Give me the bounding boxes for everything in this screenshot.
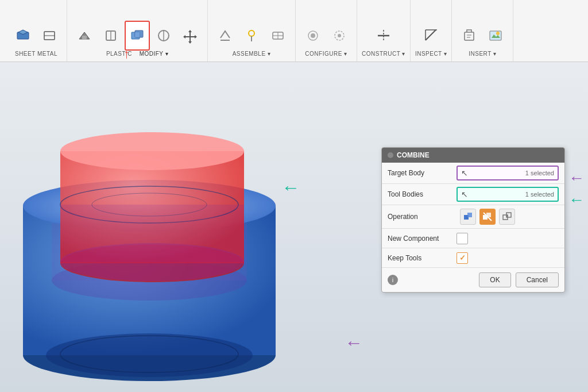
- scene-svg: [0, 62, 379, 392]
- sheet-metal-section: SHEET METAL: [6, 0, 67, 62]
- assemble-buttons: [212, 21, 291, 51]
- new-component-checkbox[interactable]: [457, 233, 468, 244]
- tool-bodies-field[interactable]: ↖ 1 selected: [457, 187, 559, 202]
- tb-sm2[interactable]: [37, 21, 62, 51]
- new-component-row: New Component: [382, 229, 564, 248]
- plastic-modify-label: PLASTIC MODIFY ▾: [106, 51, 168, 58]
- plastic-buttons: [72, 21, 203, 51]
- tool-bodies-row: Tool Bodies ↖ 1 selected: [382, 184, 564, 205]
- target-cursor-icon: ↖: [461, 168, 468, 178]
- toolbar: SHEET METAL: [0, 0, 588, 62]
- inspect-label: INSPECT ▾: [415, 51, 447, 58]
- tb-as1[interactable]: [212, 21, 238, 51]
- ins1-icon: [461, 28, 477, 44]
- combine-dot: [388, 152, 393, 158]
- cyan-scene-arrow: ←: [281, 177, 300, 198]
- configure-section: CONFIGURE ▾: [296, 0, 357, 62]
- svg-rect-9: [135, 32, 140, 37]
- plastic-section: PLASTIC MODIFY ▾: [67, 0, 208, 62]
- inspect-buttons: [419, 21, 444, 51]
- tb-as3[interactable]: [265, 21, 291, 51]
- assemble-label: ASSEMBLE ▾: [233, 51, 271, 58]
- ok-button[interactable]: OK: [479, 272, 510, 287]
- assemble-section: ASSEMBLE ▾: [208, 0, 296, 62]
- tb-cf1[interactable]: [300, 21, 326, 51]
- cf2-icon: [331, 28, 347, 44]
- sm1-icon: [15, 28, 31, 44]
- tb-in1[interactable]: [419, 21, 444, 51]
- sheet-metal-buttons: [10, 21, 62, 51]
- op-intersect-btn[interactable]: [499, 209, 515, 225]
- pl3-icon: [129, 28, 145, 44]
- operation-row: Operation: [382, 205, 564, 229]
- svg-point-13: [249, 30, 254, 36]
- tb-co1[interactable]: [371, 21, 396, 51]
- ins2-icon: [488, 28, 504, 44]
- insert-label: INSERT ▾: [469, 51, 496, 58]
- combine-title: COMBINE: [397, 151, 430, 159]
- purple-body-arrow: ←: [345, 332, 363, 353]
- tb-pl2[interactable]: [98, 21, 123, 51]
- cancel-button[interactable]: Cancel: [516, 272, 559, 287]
- as2-icon: [243, 28, 260, 44]
- svg-point-31: [496, 32, 500, 35]
- svg-point-40: [60, 132, 244, 170]
- as3-icon: [270, 28, 286, 44]
- construct-section: CONSTRUCT ▾: [357, 0, 411, 62]
- construct-buttons: [371, 21, 396, 51]
- combine-header: COMBINE: [382, 148, 564, 163]
- svg-rect-30: [490, 31, 501, 40]
- cyan-tool-arrow: ←: [568, 191, 585, 209]
- modify-label: MODIFY ▾: [140, 51, 168, 57]
- insert-buttons: [457, 21, 508, 51]
- op-cut-btn[interactable]: [479, 209, 496, 225]
- svg-point-37: [46, 333, 253, 377]
- tb-ins1[interactable]: [457, 21, 482, 51]
- configure-label: CONFIGURE ▾: [305, 51, 347, 58]
- toolbar-red-arrow: ↑: [123, 47, 130, 62]
- svg-point-19: [311, 33, 315, 38]
- sm2-icon: [41, 28, 57, 44]
- construct-label: CONSTRUCT ▾: [362, 51, 405, 58]
- tb-pl4[interactable]: [151, 21, 176, 51]
- combine-panel: COMBINE Target Body ↖ 1 selected Tool Bo…: [381, 147, 565, 293]
- tb-as2[interactable]: [239, 21, 264, 51]
- keep-tools-checkbox[interactable]: [457, 252, 468, 264]
- tb-pl5-move[interactable]: [177, 21, 203, 51]
- sheet-metal-label: SHEET METAL: [15, 51, 57, 58]
- new-component-label: New Component: [388, 235, 457, 243]
- inspect-section: INSPECT ▾: [411, 0, 452, 62]
- tb-ins2[interactable]: [483, 21, 508, 51]
- canvas-area: ← ← COMBINE Target Body ↖ 1 selected Too…: [0, 62, 588, 392]
- combine-footer: i OK Cancel: [382, 268, 564, 292]
- tb-sm1[interactable]: [10, 21, 36, 51]
- svg-point-21: [338, 34, 341, 37]
- svg-rect-27: [465, 32, 474, 40]
- as1-icon: [217, 28, 233, 44]
- tool-bodies-label: Tool Bodies: [388, 190, 457, 198]
- target-body-count: 1 selected: [525, 170, 554, 176]
- tool-cursor-icon: ↖: [461, 190, 468, 199]
- svg-rect-53: [506, 215, 508, 217]
- svg-rect-47: [467, 213, 472, 217]
- pl5-icon: [182, 28, 198, 44]
- svg-rect-4: [82, 36, 87, 39]
- purple-target-arrow: ←: [568, 169, 585, 187]
- configure-buttons: [300, 21, 352, 51]
- target-body-label: Target Body: [388, 169, 457, 177]
- pl1-icon: [76, 28, 92, 44]
- operation-label: Operation: [388, 213, 457, 221]
- pl4-icon: [156, 28, 172, 44]
- tool-bodies-count: 1 selected: [525, 191, 554, 198]
- info-button[interactable]: i: [388, 275, 398, 285]
- tb-pl1[interactable]: [72, 21, 97, 51]
- co1-icon: [376, 28, 392, 44]
- op-join-btn[interactable]: [460, 209, 476, 225]
- pl2-icon: [103, 28, 119, 44]
- target-body-field[interactable]: ↖ 1 selected: [457, 166, 559, 180]
- keep-tools-row: Keep Tools: [382, 248, 564, 268]
- keep-tools-label: Keep Tools: [388, 254, 457, 262]
- tb-cf2[interactable]: [327, 21, 352, 51]
- svg-rect-45: [60, 205, 244, 262]
- in1-icon: [423, 28, 439, 44]
